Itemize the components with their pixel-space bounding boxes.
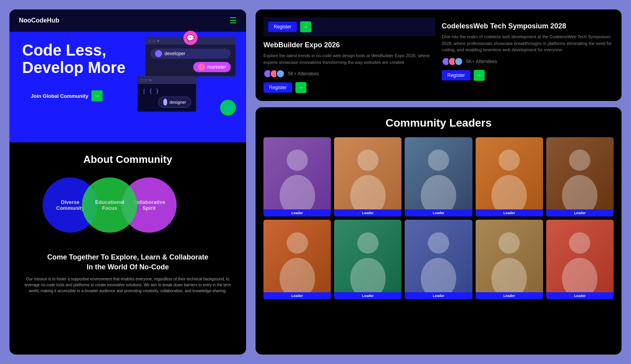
leader-photo-3[interactable]: Leader bbox=[405, 137, 472, 217]
join-community-button[interactable]: Join Global Community → bbox=[22, 86, 111, 106]
register-button-1-top[interactable]: Register bbox=[268, 22, 297, 32]
nav-logo: NooCodeHub bbox=[19, 17, 59, 24]
left-panel: NooCodeHub ☰ Code Less, Develop More Joi… bbox=[9, 9, 246, 355]
leader-5-name: Leader bbox=[546, 209, 614, 217]
float-window-1-content: developer marketer bbox=[146, 45, 235, 76]
developer-label: developer bbox=[164, 51, 185, 56]
svg-point-18 bbox=[569, 232, 590, 254]
leader-2-name: Leader bbox=[334, 209, 401, 217]
about-section: About Community DiverseCommunity Educati… bbox=[9, 142, 246, 252]
hero-title: Code Less, Develop More bbox=[22, 41, 133, 76]
svg-point-12 bbox=[357, 232, 379, 254]
code-symbol: | { } bbox=[142, 88, 191, 94]
leader-photo-6[interactable]: Leader bbox=[263, 220, 331, 299]
designer-tag: designer bbox=[158, 97, 191, 108]
leader-photo-4[interactable]: Leader bbox=[476, 137, 543, 217]
leader-3-name: Leader bbox=[405, 209, 472, 217]
event-1-avatar-group bbox=[263, 69, 285, 78]
event-2-avatar-3 bbox=[454, 57, 463, 66]
float-window-1: 💬 □ □ ✕ developer bbox=[145, 37, 236, 77]
chat-icon: 💬 bbox=[183, 31, 198, 45]
developer-tag: developer bbox=[150, 49, 231, 59]
leader-photo-2[interactable]: Leader bbox=[334, 137, 401, 217]
leader-photo-9[interactable]: Leader bbox=[476, 220, 543, 299]
hero-floats: 💬 □ □ ✕ developer bbox=[137, 37, 240, 123]
leaders-grid: Leader Leader bbox=[263, 137, 614, 299]
register-button-2-bottom[interactable]: Register bbox=[442, 70, 470, 80]
leader-10-name: Leader bbox=[546, 292, 614, 299]
register-button-1-bottom[interactable]: Register bbox=[263, 82, 292, 93]
win2-ctrl-2: □ bbox=[145, 78, 147, 82]
win-ctrl-3: ✕ bbox=[157, 39, 160, 43]
events-section: Register → WebBuilder Expo 2026 Explore … bbox=[256, 9, 622, 101]
leader-photo-5[interactable]: Leader bbox=[546, 137, 614, 217]
leader-photo-7[interactable]: Leader bbox=[334, 220, 401, 299]
event-1-attendees: 5K+ Attendees bbox=[263, 69, 435, 78]
designer-label: designer bbox=[170, 100, 186, 105]
leader-7-name: Leader bbox=[334, 292, 401, 299]
marketer-tag: marketer bbox=[193, 62, 231, 72]
leader-4-name: Leader bbox=[476, 209, 543, 217]
event-2-register-bottom: Register → bbox=[442, 70, 614, 81]
register-arrow-2-bottom[interactable]: → bbox=[474, 70, 485, 81]
float-window-2-content: | { } designer bbox=[138, 84, 196, 112]
marketer-label: marketer bbox=[207, 64, 226, 70]
win2-ctrl-3: ✕ bbox=[149, 78, 152, 82]
event-2-count: 6K+ Attendees bbox=[466, 59, 497, 64]
marketer-avatar bbox=[198, 63, 205, 71]
event-1-avatar-3 bbox=[276, 69, 285, 78]
svg-point-8 bbox=[569, 149, 590, 171]
together-title: Come Together To Explore, Learn & Collab… bbox=[22, 252, 233, 272]
join-btn-arrow: → bbox=[91, 90, 103, 101]
leader-9-name: Leader bbox=[476, 292, 543, 299]
svg-point-2 bbox=[357, 149, 379, 171]
menu-icon[interactable]: ☰ bbox=[230, 16, 237, 25]
event-2-desc: Dive into the realm of codeless web deve… bbox=[442, 34, 614, 53]
join-btn-label: Join Global Community bbox=[31, 93, 88, 99]
window-controls-1: □ □ ✕ bbox=[149, 39, 160, 43]
event-2-title: CodelessWeb Tech Symposium 2028 bbox=[442, 22, 614, 30]
win-ctrl-1: □ bbox=[149, 39, 151, 43]
about-title: About Community bbox=[19, 153, 237, 166]
leader-photo-8[interactable]: Leader bbox=[405, 220, 472, 299]
main-container: NooCodeHub ☰ Code Less, Develop More Joi… bbox=[0, 0, 631, 364]
svg-point-16 bbox=[498, 232, 520, 254]
event-card-2: CodelessWeb Tech Symposium 2028 Dive int… bbox=[442, 17, 614, 93]
venn-educational: EducationalFocus bbox=[82, 177, 137, 233]
leader-photo-10[interactable]: Leader bbox=[546, 220, 614, 299]
svg-point-0 bbox=[287, 149, 308, 171]
hero-section: Code Less, Develop More Join Global Comm… bbox=[9, 32, 246, 142]
register-arrow-1-bottom[interactable]: → bbox=[295, 82, 306, 93]
right-panel: Register → WebBuilder Expo 2026 Explore … bbox=[256, 9, 622, 355]
leader-photo-1[interactable]: Leader bbox=[263, 137, 331, 217]
event-1-register-bottom: Register → bbox=[263, 82, 435, 93]
leaders-title: Community Leaders bbox=[263, 117, 614, 129]
svg-point-4 bbox=[428, 149, 449, 171]
leaders-section: Community Leaders Leader bbox=[256, 107, 622, 355]
event-1-register-top: Register → bbox=[263, 17, 435, 36]
svg-point-10 bbox=[287, 232, 308, 254]
together-desc: Our mission is to foster a supportive en… bbox=[22, 276, 233, 294]
event-1-title: WebBuilder Expo 2026 bbox=[263, 41, 435, 49]
event-1-desc: Explore the latest trends in no-code web… bbox=[263, 52, 435, 65]
leader-6-name: Leader bbox=[263, 292, 331, 299]
developer-avatar bbox=[155, 50, 162, 57]
svg-point-14 bbox=[428, 232, 449, 254]
window-controls-2: □ □ ✕ bbox=[141, 78, 152, 82]
win-ctrl-2: □ bbox=[153, 39, 155, 43]
leader-1-name: Leader bbox=[263, 209, 331, 217]
leader-8-name: Leader bbox=[405, 292, 472, 299]
svg-point-6 bbox=[498, 149, 520, 171]
designer-avatar bbox=[163, 99, 167, 106]
venn-diagram: DiverseCommunity EducationalFocus Collab… bbox=[19, 174, 237, 237]
event-card-1: Register → WebBuilder Expo 2026 Explore … bbox=[263, 17, 435, 93]
event-1-count: 5K+ Attendees bbox=[288, 71, 319, 77]
float-window-2: □ □ ✕ | { } designer bbox=[137, 76, 196, 112]
event-2-attendees: 6K+ Attendees bbox=[442, 57, 614, 66]
globe-icon[interactable]: 🌐 bbox=[220, 100, 236, 116]
together-section: Come Together To Explore, Learn & Collab… bbox=[9, 252, 246, 300]
nav-bar: NooCodeHub ☰ bbox=[9, 9, 246, 32]
win2-ctrl-1: □ bbox=[141, 78, 143, 82]
register-arrow-1-top[interactable]: → bbox=[300, 21, 311, 32]
event-2-avatar-group bbox=[442, 57, 463, 66]
